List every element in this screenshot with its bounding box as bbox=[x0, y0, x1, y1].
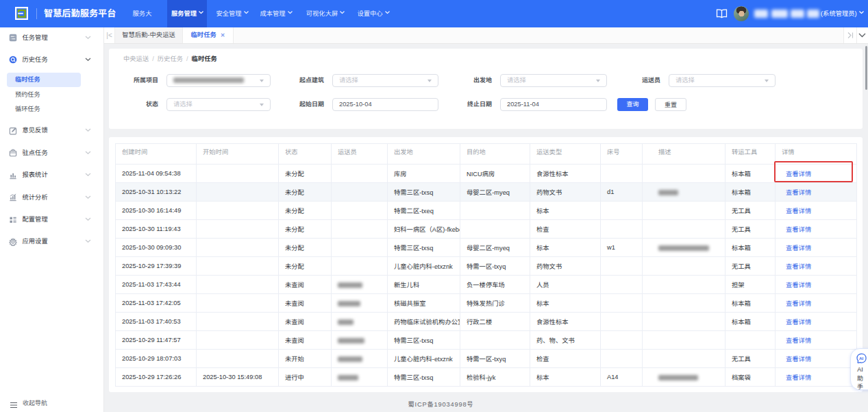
svg-text:AI: AI bbox=[859, 356, 864, 361]
